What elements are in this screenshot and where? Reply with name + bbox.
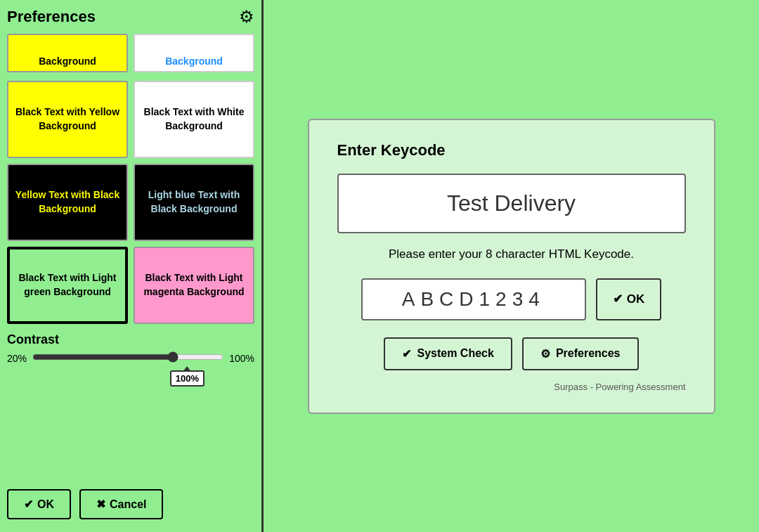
theme-card-white-bg[interactable]: Black Text with White Background <box>134 81 254 158</box>
ok-label: OK <box>37 498 54 511</box>
ok-button[interactable]: ✔ OK <box>7 489 71 519</box>
keycode-row: ✔ OK <box>337 278 686 320</box>
cancel-label: Cancel <box>110 498 146 511</box>
contrast-label: Contrast <box>7 332 254 347</box>
system-check-icon: ✔ <box>402 347 411 361</box>
cancel-cross-icon: ✖ <box>96 498 105 511</box>
keycode-ok-label: OK <box>627 292 645 306</box>
contrast-min-label: 20% <box>7 353 27 364</box>
theme-card-partial-yellow[interactable]: Background <box>7 34 128 72</box>
theme-card-black-lightblue[interactable]: Light blue Text with Black Background <box>134 164 254 241</box>
delivery-name: Test Delivery <box>447 190 576 216</box>
contrast-row: 20% 100% 100% <box>7 351 254 365</box>
system-check-button[interactable]: ✔ System Check <box>384 337 512 370</box>
keycode-ok-button[interactable]: ✔ OK <box>596 278 662 320</box>
ok-check-icon: ✔ <box>24 498 33 511</box>
keycode-input[interactable] <box>361 278 586 320</box>
theme-card-black-yellow[interactable]: Yellow Text with Black Background <box>7 164 128 241</box>
contrast-section: Contrast 20% 100% 100% <box>7 332 254 365</box>
theme-card-lightmagenta-bg[interactable]: Black Text with Light magenta Background <box>134 247 254 324</box>
contrast-max-label: 100% <box>229 353 254 364</box>
contrast-slider-wrapper: 100% <box>32 351 223 365</box>
preferences-label: Preferences <box>556 347 621 360</box>
system-check-label: System Check <box>417 347 493 360</box>
delivery-name-box: Test Delivery <box>337 174 686 233</box>
cancel-button[interactable]: ✖ Cancel <box>79 489 163 519</box>
preferences-panel: Preferences ⚙ Background Background Blac… <box>0 0 264 532</box>
modal-footer: Surpass - Powering Assessment <box>337 382 686 392</box>
partial-cards-grid: Background Background <box>7 34 254 72</box>
theme-card-partial-white[interactable]: Background <box>134 34 254 72</box>
modal-title: Enter Keycode <box>337 141 686 160</box>
preferences-button[interactable]: ⚙ Preferences <box>522 337 639 370</box>
theme-card-lightgreen-bg[interactable]: Black Text with Light green Background <box>7 247 128 324</box>
right-panel: Enter Keycode Test Delivery Please enter… <box>264 0 759 532</box>
theme-card-yellow-bg[interactable]: Black Text with Yellow Background <box>7 81 128 158</box>
panel-header: Preferences ⚙ <box>7 7 254 27</box>
action-row: ✔ System Check ⚙ Preferences <box>337 337 686 370</box>
keycode-ok-check-icon: ✔ <box>613 292 623 306</box>
modal-instruction: Please enter your 8 character HTML Keyco… <box>337 247 686 261</box>
panel-title: Preferences <box>7 8 96 26</box>
preferences-gear-icon: ⚙ <box>540 347 550 361</box>
theme-cards-grid: Black Text with Yellow Background Black … <box>7 81 254 324</box>
panel-buttons: ✔ OK ✖ Cancel <box>7 489 163 519</box>
keycode-modal: Enter Keycode Test Delivery Please enter… <box>308 119 715 414</box>
contrast-tooltip: 100% <box>170 370 205 387</box>
contrast-slider[interactable] <box>32 351 223 363</box>
gear-icon[interactable]: ⚙ <box>239 7 254 27</box>
